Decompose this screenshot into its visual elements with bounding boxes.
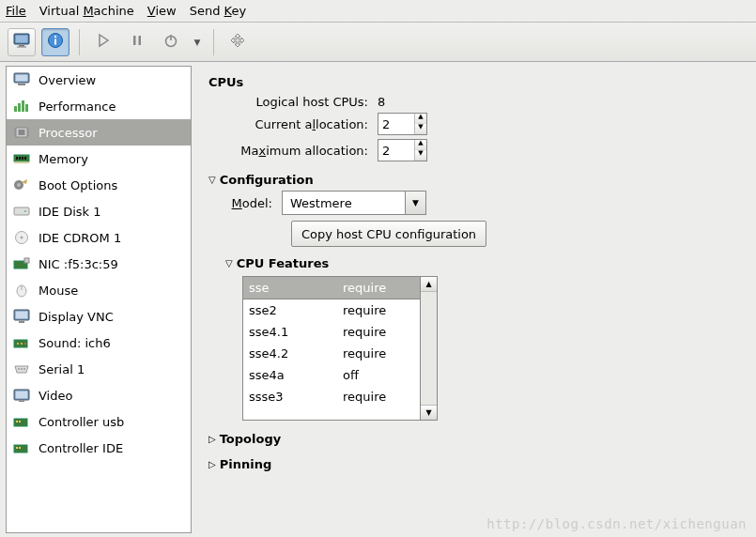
cpus-heading: CPUs (208, 75, 739, 89)
configuration-expander[interactable]: ▽ Configuration (208, 173, 739, 187)
maximum-allocation-spinbox[interactable]: ▲▼ (378, 139, 427, 161)
sidebar-item-video[interactable]: Video (7, 382, 191, 408)
sidebar-item-ide-cdrom-1[interactable]: IDE CDROM 1 (7, 224, 191, 251)
controller-icon (12, 439, 31, 456)
sidebar-item-label: IDE CDROM 1 (39, 231, 121, 245)
svg-rect-17 (25, 104, 28, 112)
current-allocation-input[interactable] (378, 114, 414, 134)
svg-point-6 (54, 36, 56, 38)
copy-host-cpu-button[interactable]: Copy host CPU configuration (291, 221, 486, 247)
cdrom-icon (12, 229, 31, 246)
svg-point-35 (24, 210, 26, 212)
shutdown-button[interactable] (157, 28, 185, 56)
chevron-right-icon: ▷ (208, 459, 216, 469)
table-row[interactable]: sse2require (243, 299, 420, 321)
cpu-features-expander[interactable]: ▽ CPU Features (225, 256, 739, 270)
svg-rect-13 (18, 84, 25, 85)
svg-rect-16 (22, 100, 24, 112)
run-button[interactable] (89, 28, 117, 56)
menu-file[interactable]: File (6, 4, 26, 18)
model-combobox[interactable]: Westmere ▼ (282, 191, 426, 215)
spin-down-icon[interactable]: ▼ (415, 150, 426, 161)
sidebar-item-controller-usb[interactable]: Controller usb (7, 408, 191, 435)
current-allocation-spinbox[interactable]: ▲▼ (378, 113, 427, 135)
logical-host-cpus-value: 8 (378, 95, 385, 109)
sidebar-item-memory[interactable]: Memory (7, 146, 191, 172)
svg-rect-43 (16, 312, 28, 319)
cpu-features-list: sse require sse2require sse4.1require ss… (242, 276, 421, 421)
disk-icon (12, 203, 31, 220)
svg-rect-54 (19, 401, 24, 403)
toolbar-separator (213, 29, 214, 55)
sidebar-item-display-vnc[interactable]: Display VNC (7, 303, 191, 330)
table-row[interactable]: sse4.1require (243, 321, 420, 343)
details-button[interactable] (41, 28, 69, 56)
sidebar-item-label: Controller usb (39, 415, 124, 429)
svg-rect-59 (16, 447, 18, 449)
sidebar-item-label: Serial 1 (39, 362, 85, 376)
sidebar-item-label: Sound: ich6 (39, 336, 111, 350)
shutdown-dropdown[interactable]: ▼ (191, 28, 204, 56)
sidebar-item-boot-options[interactable]: Boot Options (7, 172, 191, 198)
sidebar-item-label: Processor (39, 126, 98, 140)
sidebar-item-ide-disk-1[interactable]: IDE Disk 1 (7, 198, 191, 224)
svg-rect-15 (18, 103, 21, 112)
svg-rect-44 (19, 321, 24, 323)
svg-rect-27 (16, 157, 18, 160)
menu-view[interactable]: View (147, 4, 177, 18)
sidebar-item-performance[interactable]: Performance (7, 93, 191, 119)
svg-rect-29 (22, 157, 23, 160)
pinning-expander[interactable]: ▷ Pinning (208, 457, 739, 471)
svg-rect-60 (19, 447, 21, 449)
controller-icon (12, 413, 31, 430)
pause-icon (129, 32, 146, 52)
sidebar-item-label: Overview (39, 73, 96, 87)
table-row[interactable]: ssse3require (243, 386, 420, 407)
svg-rect-31 (14, 161, 29, 163)
power-icon (162, 32, 179, 52)
scroll-down-icon[interactable]: ▼ (421, 405, 437, 420)
svg-rect-34 (14, 207, 29, 215)
scrollbar[interactable]: ▲ ▼ (421, 276, 438, 421)
computer-icon (12, 71, 31, 88)
svg-point-49 (18, 368, 20, 370)
svg-rect-2 (19, 45, 24, 47)
svg-rect-5 (54, 39, 56, 45)
sidebar-item-overview[interactable]: Overview (7, 67, 191, 93)
scroll-up-icon[interactable]: ▲ (421, 277, 437, 292)
table-row[interactable]: sse4aoff (243, 364, 420, 386)
svg-rect-1 (16, 36, 28, 43)
pause-button[interactable] (123, 28, 151, 56)
serial-icon (12, 361, 31, 377)
svg-rect-57 (19, 421, 21, 422)
maximum-allocation-input[interactable] (378, 140, 414, 161)
sidebar-item-controller-ide[interactable]: Controller IDE (7, 435, 191, 461)
menu-virtual-machine[interactable]: Virtual Machine (39, 4, 134, 18)
menu-send-key[interactable]: Send Key (190, 4, 246, 18)
sidebar: Overview Performance Processor Memory Bo… (6, 66, 192, 533)
sidebar-item-label: Controller IDE (39, 441, 123, 455)
spin-down-icon[interactable]: ▼ (415, 124, 426, 134)
console-button[interactable] (8, 28, 36, 56)
model-label: Model: (225, 196, 282, 210)
svg-rect-10 (170, 35, 172, 40)
sidebar-item-sound[interactable]: Sound: ich6 (7, 330, 191, 356)
table-row[interactable]: sse4.2require (243, 343, 420, 364)
toolbar-separator (79, 29, 80, 55)
chevron-down-icon[interactable]: ▼ (405, 192, 425, 214)
sidebar-item-serial-1[interactable]: Serial 1 (7, 356, 191, 382)
topology-expander[interactable]: ▷ Topology (208, 432, 739, 446)
svg-point-48 (24, 343, 26, 345)
fullscreen-button[interactable] (224, 28, 252, 56)
sidebar-item-nic[interactable]: NIC :f5:3c:59 (7, 251, 191, 277)
sidebar-item-mouse[interactable]: Mouse (7, 277, 191, 303)
sidebar-item-label: Video (39, 389, 72, 403)
sidebar-item-label: IDE Disk 1 (39, 205, 101, 219)
memory-icon (12, 150, 31, 167)
video-icon (12, 387, 31, 404)
svg-point-51 (23, 368, 25, 370)
nic-icon (12, 255, 31, 272)
svg-rect-7 (133, 36, 136, 45)
sidebar-item-processor[interactable]: Processor (7, 119, 191, 146)
fullscreen-icon (229, 32, 246, 52)
